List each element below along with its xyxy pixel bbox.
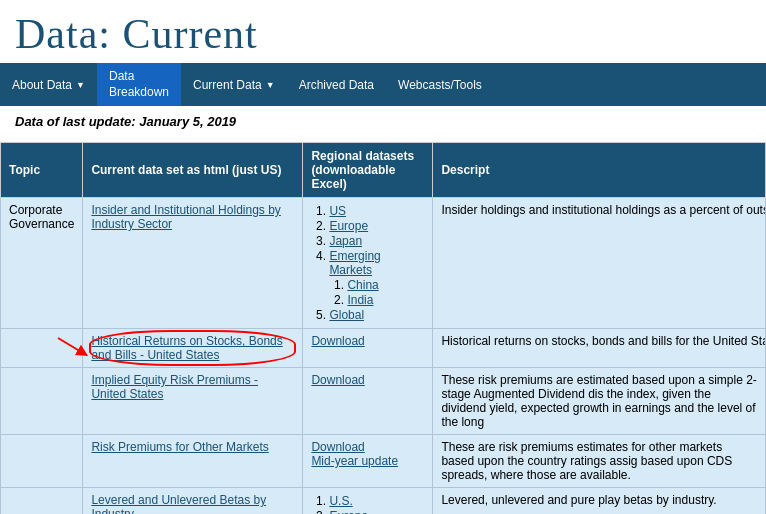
regional-cell: US Europe Japan Emerging Markets China I… — [303, 198, 433, 329]
europe-link[interactable]: Europe — [329, 219, 368, 233]
dropdown-arrow-icon: ▼ — [76, 80, 85, 90]
last-update-date: January 5, 2019 — [139, 114, 236, 129]
desc-cell: Levered, unlevered and pure play betas b… — [433, 488, 766, 514]
html-link-cell-highlighted: Historical Returns on Stocks, Bonds and … — [83, 329, 303, 368]
desc-cell: Insider holdings and institutional holdi… — [433, 198, 766, 329]
midyear-update-link[interactable]: Mid-year update — [311, 454, 398, 468]
regional-cell: Download Mid-year update — [303, 435, 433, 488]
india-link[interactable]: India — [347, 293, 373, 307]
nav-label: Webcasts/Tools — [398, 78, 482, 92]
page-title: Data: Current — [0, 0, 766, 63]
download-link-1[interactable]: Download — [311, 334, 364, 348]
nav-label-line1: Data — [109, 69, 134, 85]
col-header-regional: Regional datasets(downloadableExcel) — [303, 143, 433, 198]
nav-webcasts-tools[interactable]: Webcasts/Tools — [386, 63, 494, 106]
col-header-html: Current data set as html (just US) — [83, 143, 303, 198]
implied-equity-link[interactable]: Implied Equity Risk Premiums - United St… — [91, 373, 258, 401]
html-link-cell: Insider and Institutional Holdings by In… — [83, 198, 303, 329]
global-link[interactable]: Global — [329, 308, 364, 322]
html-link-cell: Risk Premiums for Other Markets — [83, 435, 303, 488]
insider-holdings-link[interactable]: Insider and Institutional Holdings by In… — [91, 203, 280, 231]
topic-cell — [1, 329, 83, 368]
table-row: Risk Premiums for Other Markets Download… — [1, 435, 766, 488]
download-link-2[interactable]: Download — [311, 373, 364, 387]
topic-cell: CorporateGovernance — [1, 198, 83, 329]
regional-cell: Download — [303, 368, 433, 435]
col-header-topic: Topic — [1, 143, 83, 198]
nav-bar: About Data ▼ Data Breakdown Current Data… — [0, 63, 766, 106]
desc-cell: Historical returns on stocks, bonds and … — [433, 329, 766, 368]
data-table: Topic Current data set as html (just US)… — [0, 142, 766, 514]
regional-cell: U.S. Europe Japan Emerg Mkt Just China J… — [303, 488, 433, 514]
japan-link[interactable]: Japan — [329, 234, 362, 248]
risk-premiums-link[interactable]: Risk Premiums for Other Markets — [91, 440, 268, 454]
topic-cell — [1, 488, 83, 514]
nav-about-data[interactable]: About Data ▼ — [0, 63, 97, 106]
nav-data-breakdown[interactable]: Data Breakdown — [97, 63, 181, 106]
regional-cell: Download — [303, 329, 433, 368]
col-header-desc: Descript — [433, 143, 766, 198]
nav-label: Current Data — [193, 78, 262, 92]
html-link-cell: Levered and Unlevered Betas by Industry — [83, 488, 303, 514]
dropdown-arrow-icon: ▼ — [266, 80, 275, 90]
historical-returns-link[interactable]: Historical Returns on Stocks, Bonds and … — [91, 334, 282, 362]
last-update: Data of last update: January 5, 2019 — [0, 106, 766, 137]
nav-label-line2: Breakdown — [109, 85, 169, 101]
html-link-cell: Implied Equity Risk Premiums - United St… — [83, 368, 303, 435]
nav-label: About Data — [12, 78, 72, 92]
nav-label: Archived Data — [299, 78, 374, 92]
us-link-2[interactable]: U.S. — [329, 494, 352, 508]
table-row: CorporateGovernance Insider and Institut… — [1, 198, 766, 329]
desc-cell: These risk premiums are estimated based … — [433, 368, 766, 435]
us-link[interactable]: US — [329, 204, 346, 218]
topic-cell — [1, 368, 83, 435]
europe-link-2[interactable]: Europe — [329, 509, 368, 514]
emerging-markets-link[interactable]: Emerging Markets — [329, 249, 380, 277]
betas-link[interactable]: Levered and Unlevered Betas by Industry — [91, 493, 266, 514]
nav-archived-data[interactable]: Archived Data — [287, 63, 386, 106]
china-link[interactable]: China — [347, 278, 378, 292]
table-row: Levered and Unlevered Betas by Industry … — [1, 488, 766, 514]
desc-cell: These are risk premiums estimates for ot… — [433, 435, 766, 488]
download-link-3[interactable]: Download — [311, 440, 364, 454]
table-row: Historical Returns on Stocks, Bonds and … — [1, 329, 766, 368]
last-update-label: Data of last update: — [15, 114, 136, 129]
table-row: Implied Equity Risk Premiums - United St… — [1, 368, 766, 435]
nav-current-data[interactable]: Current Data ▼ — [181, 63, 287, 106]
topic-cell — [1, 435, 83, 488]
